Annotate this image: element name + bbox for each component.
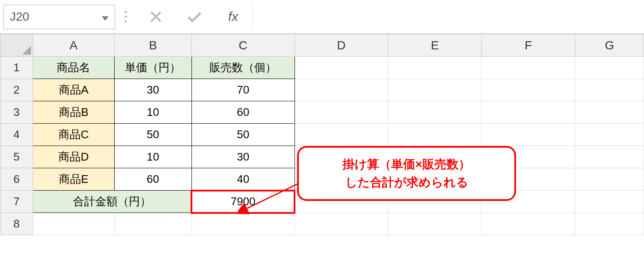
name-box-dropdown-icon[interactable] xyxy=(102,10,109,24)
callout-bubble: 掛け算（単価×販売数） した合計が求められる xyxy=(297,146,516,201)
callout-line1: 掛け算（単価×販売数） xyxy=(310,155,503,173)
cell-C8[interactable] xyxy=(191,213,295,235)
cell-E2[interactable] xyxy=(388,79,482,101)
cell-C7[interactable]: 7900 xyxy=(191,191,295,213)
cell-C6[interactable]: 40 xyxy=(191,168,295,191)
cell-A1[interactable]: 商品名 xyxy=(33,57,114,79)
cell-A6[interactable]: 商品E xyxy=(33,168,114,191)
name-box-value: J20 xyxy=(10,10,29,24)
col-header-E[interactable]: E xyxy=(388,34,482,57)
row-header-8[interactable]: 8 xyxy=(0,213,33,235)
cell-C2[interactable]: 70 xyxy=(191,79,295,101)
row-header-5[interactable]: 5 xyxy=(0,146,33,168)
col-header-D[interactable]: D xyxy=(295,34,388,57)
cell-D2[interactable] xyxy=(295,79,388,101)
fx-icon[interactable]: fx xyxy=(214,9,252,24)
cell-C4[interactable]: 50 xyxy=(191,124,295,146)
cell-F4[interactable] xyxy=(482,124,575,146)
formula-bar: J20 fx xyxy=(0,0,644,33)
cell-A8[interactable] xyxy=(33,213,114,235)
cell-B4[interactable]: 50 xyxy=(114,124,191,146)
cell-E4[interactable] xyxy=(388,124,482,146)
col-header-C[interactable]: C xyxy=(191,34,295,57)
svg-point-0 xyxy=(125,11,127,13)
row-header-2[interactable]: 2 xyxy=(0,79,33,101)
cell-B3[interactable]: 10 xyxy=(114,101,191,124)
cell-C5[interactable]: 30 xyxy=(191,146,295,168)
cell-F2[interactable] xyxy=(482,79,575,101)
cell-B5[interactable]: 10 xyxy=(114,146,191,168)
col-header-A[interactable]: A xyxy=(33,34,114,57)
spreadsheet-grid: A B C D E F G 1 商品名 単価（円） 販売数（個） 2 商品A 3… xyxy=(0,33,644,235)
row-header-4[interactable]: 4 xyxy=(0,124,33,146)
callout-line2: した合計が求められる xyxy=(310,173,503,191)
cell-D4[interactable] xyxy=(295,124,388,146)
name-box[interactable]: J20 xyxy=(3,5,115,29)
cell-A4[interactable]: 商品C xyxy=(33,124,114,146)
enter-icon[interactable] xyxy=(175,5,214,29)
cell-A3[interactable]: 商品B xyxy=(33,101,114,124)
col-header-B[interactable]: B xyxy=(114,34,191,57)
formula-input[interactable] xyxy=(252,5,642,29)
cell-B2[interactable]: 30 xyxy=(114,79,191,101)
cell-F8[interactable] xyxy=(482,213,575,235)
cell-C1[interactable]: 販売数（個） xyxy=(191,57,295,79)
cell-D1[interactable] xyxy=(295,57,388,79)
cell-F1[interactable] xyxy=(482,57,575,79)
cell-F3[interactable] xyxy=(482,101,575,124)
cell-A5[interactable]: 商品D xyxy=(33,146,114,168)
row-header-7[interactable]: 7 xyxy=(0,191,33,213)
cell-A7B7-merged[interactable]: 合計金額（円） xyxy=(33,191,191,213)
cell-D8[interactable] xyxy=(295,213,388,235)
cell-G3[interactable] xyxy=(575,101,644,124)
cell-B8[interactable] xyxy=(114,213,191,235)
cell-B1[interactable]: 単価（円） xyxy=(114,57,191,79)
cell-G5[interactable] xyxy=(575,146,644,168)
cell-G2[interactable] xyxy=(575,79,644,101)
row-header-1[interactable]: 1 xyxy=(0,57,33,79)
cell-D3[interactable] xyxy=(295,101,388,124)
cell-G7[interactable] xyxy=(575,191,644,213)
cell-A2[interactable]: 商品A xyxy=(33,79,114,101)
row-header-6[interactable]: 6 xyxy=(0,168,33,191)
cell-E8[interactable] xyxy=(388,213,482,235)
select-all-corner[interactable] xyxy=(0,34,33,57)
cell-E3[interactable] xyxy=(388,101,482,124)
cell-B6[interactable]: 60 xyxy=(114,168,191,191)
col-header-G[interactable]: G xyxy=(575,34,644,57)
cell-C3[interactable]: 60 xyxy=(191,101,295,124)
cell-G8[interactable] xyxy=(575,213,644,235)
formula-bar-separator xyxy=(115,10,137,23)
cancel-icon[interactable] xyxy=(137,5,175,29)
col-header-F[interactable]: F xyxy=(482,34,575,57)
svg-point-2 xyxy=(125,21,127,23)
svg-point-1 xyxy=(125,16,127,18)
cell-G4[interactable] xyxy=(575,124,644,146)
cell-G6[interactable] xyxy=(575,168,644,191)
cell-G1[interactable] xyxy=(575,57,644,79)
row-header-3[interactable]: 3 xyxy=(0,101,33,124)
cell-E1[interactable] xyxy=(388,57,482,79)
